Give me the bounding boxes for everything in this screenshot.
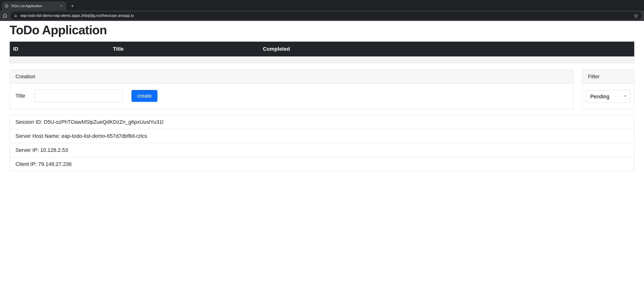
col-header-title: Title	[110, 42, 260, 57]
info-server-ip-label: Server IP:	[16, 147, 39, 153]
page-content: ToDo Application ID Title Completed Crea…	[0, 23, 644, 181]
info-server-ip-value: 10.128.2.53	[40, 147, 68, 153]
home-icon[interactable]	[2, 13, 8, 18]
info-session-value: D5U-szPhTOawMSlpZueQdKDzZn_g6pxUuslYu31l	[44, 119, 164, 125]
globe-icon	[5, 4, 8, 8]
browser-tab[interactable]: ToDo List Application	[2, 1, 66, 10]
info-server-host: Server Host Name: eap-todo-list-demo-657…	[10, 129, 634, 143]
tab-title: ToDo List Application	[11, 4, 42, 8]
filter-select[interactable]: Pending	[586, 90, 630, 103]
info-client-ip: Client IP: 79.148.27.236	[10, 157, 634, 171]
address-bar[interactable]: eap-todo-list-demo-eap-demo.apps.zhbq0ji…	[10, 12, 642, 20]
creation-header: Creation	[10, 70, 573, 84]
creation-card: Creation Title create	[10, 69, 574, 109]
info-client-ip-value: 79.148.27.236	[38, 161, 72, 167]
filter-header: Filter	[582, 70, 634, 84]
title-label: Title	[16, 93, 25, 99]
info-server-ip: Server IP: 10.128.2.53	[10, 143, 634, 157]
info-session: Session ID: D5U-szPhTOawMSlpZueQdKDzZn_g…	[10, 115, 634, 129]
svg-marker-2	[634, 14, 638, 18]
create-button[interactable]: create	[132, 90, 158, 102]
new-tab-button[interactable]	[69, 2, 76, 9]
panels-row: Creation Title create Filter Pending	[10, 69, 634, 109]
table-header-row: ID Title Completed	[10, 42, 634, 57]
info-server-host-label: Server Host Name:	[16, 133, 60, 139]
lock-icon	[14, 14, 18, 18]
address-bar-row: eap-todo-list-demo-eap-demo.apps.zhbq0ji…	[0, 10, 644, 21]
info-list: Session ID: D5U-szPhTOawMSlpZueQdKDzZn_g…	[10, 115, 634, 171]
col-header-completed: Completed	[260, 42, 634, 57]
svg-rect-1	[15, 15, 17, 17]
browser-chrome: ToDo List Application eap-todo-list-demo…	[0, 0, 644, 21]
info-server-host-value: eap-todo-list-demo-657d7dbf8d-rzlcs	[62, 133, 147, 139]
bookmark-star-icon[interactable]	[634, 13, 638, 18]
col-header-id: ID	[10, 42, 110, 57]
info-client-ip-label: Client IP:	[16, 161, 37, 167]
close-icon[interactable]	[59, 4, 63, 8]
filter-card: Filter Pending	[582, 69, 634, 109]
info-session-label: Session ID:	[16, 119, 42, 125]
page-title: ToDo Application	[10, 23, 634, 37]
todo-table: ID Title Completed	[10, 41, 634, 63]
tab-bar: ToDo List Application	[0, 0, 644, 10]
title-input[interactable]	[34, 89, 122, 102]
url-text: eap-todo-list-demo-eap-demo.apps.zhbq0ji…	[20, 13, 631, 18]
creation-form: Title create	[16, 89, 568, 102]
table-empty-row	[10, 57, 634, 63]
